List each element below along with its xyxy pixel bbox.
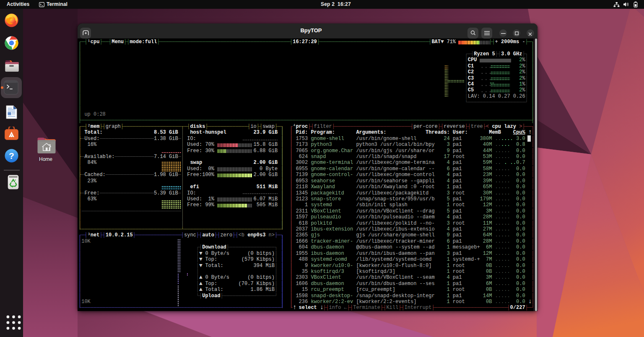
svg-text:?: ? — [9, 151, 14, 161]
